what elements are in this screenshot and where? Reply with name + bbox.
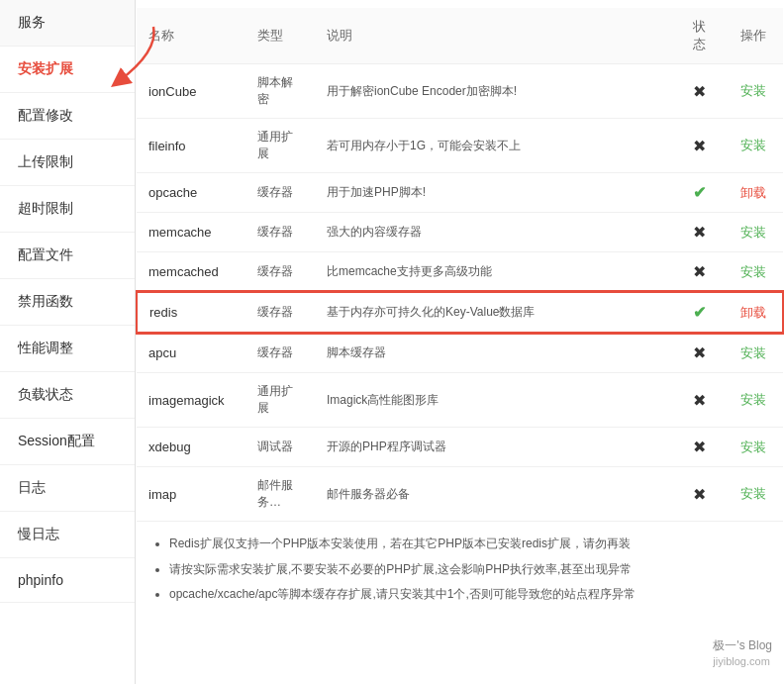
ext-action[interactable]: 卸载 xyxy=(724,292,783,333)
install-button[interactable]: 安装 xyxy=(740,345,766,360)
sidebar: 服务安装扩展配置修改上传限制超时限制配置文件禁用函数性能调整负载状态Sessio… xyxy=(0,0,136,684)
table-row: xdebug调试器开源的PHP程序调试器✖安装 xyxy=(137,428,783,467)
ext-name: memcache xyxy=(137,213,245,252)
ext-status: ✔ xyxy=(674,292,724,333)
check-icon: ✔ xyxy=(693,304,706,321)
sidebar-item-log[interactable]: 日志 xyxy=(0,465,135,512)
ext-action[interactable]: 安装 xyxy=(724,252,783,293)
ext-action[interactable]: 安装 xyxy=(724,119,783,173)
table-row: imagemagick通用扩 展Imagick高性能图形库✖安装 xyxy=(137,373,783,428)
ext-status: ✖ xyxy=(674,373,724,428)
ext-status: ✖ xyxy=(674,428,724,467)
ext-desc: 基于内存亦可持久化的Key-Value数据库 xyxy=(315,292,674,333)
sidebar-item-slow-log[interactable]: 慢日志 xyxy=(0,512,135,558)
sidebar-item-phpinfo[interactable]: phpinfo xyxy=(0,558,135,603)
ext-status: ✖ xyxy=(674,252,724,293)
ext-desc: 邮件服务器必备 xyxy=(315,467,674,522)
ext-name: imagemagick xyxy=(137,373,245,428)
cross-icon: ✖ xyxy=(693,392,706,409)
sidebar-item-install-ext[interactable]: 安装扩展 xyxy=(0,47,135,93)
check-icon: ✔ xyxy=(693,184,706,201)
ext-status: ✖ xyxy=(674,64,724,119)
brand-name: 极一's Blog xyxy=(713,638,772,652)
cross-icon: ✖ xyxy=(693,439,706,455)
extensions-table: 名称 类型 说明 状态 操作 ionCube脚本解 密用于解密ionCube E… xyxy=(136,8,784,522)
ext-status: ✔ xyxy=(674,173,724,213)
install-button[interactable]: 安装 xyxy=(740,486,766,501)
ext-action[interactable]: 安装 xyxy=(724,373,783,428)
ext-status: ✖ xyxy=(674,213,724,252)
install-button[interactable]: 安装 xyxy=(740,83,766,98)
install-button[interactable]: 安装 xyxy=(740,440,766,454)
install-button[interactable]: 安装 xyxy=(740,138,766,152)
install-button[interactable]: 安装 xyxy=(740,264,766,279)
install-button[interactable]: 安装 xyxy=(740,392,766,407)
ext-name: redis xyxy=(137,292,245,333)
ext-status: ✖ xyxy=(674,119,724,173)
ext-type: 脚本解 密 xyxy=(245,64,315,119)
ext-name: opcache xyxy=(137,173,245,213)
ext-type: 缓存器 xyxy=(245,213,315,252)
table-row: opcache缓存器用于加速PHP脚本!✔卸载 xyxy=(137,173,783,213)
ext-type: 缓存器 xyxy=(245,252,315,293)
cross-icon: ✖ xyxy=(693,83,706,100)
ext-status: ✖ xyxy=(674,467,724,522)
table-row: memcache缓存器强大的内容缓存器✖安装 xyxy=(137,213,783,252)
ext-desc: 若可用内存小于1G，可能会安装不上 xyxy=(315,119,674,173)
ext-action[interactable]: 安装 xyxy=(724,213,783,252)
col-header-type: 类型 xyxy=(245,8,315,64)
table-row: ionCube脚本解 密用于解密ionCube Encoder加密脚本!✖安装 xyxy=(137,64,783,119)
notes-section: Redis扩展仅支持一个PHP版本安装使用，若在其它PHP版本已安装redis扩… xyxy=(136,522,784,622)
ext-name: ionCube xyxy=(137,64,245,119)
sidebar-item-config-change[interactable]: 配置修改 xyxy=(0,93,135,140)
table-row: imap邮件服 务…邮件服务器必备✖安装 xyxy=(137,467,783,522)
ext-desc: 脚本缓存器 xyxy=(315,333,674,373)
ext-type: 调试器 xyxy=(245,428,315,467)
col-header-action: 操作 xyxy=(724,8,783,64)
sidebar-item-session-config[interactable]: Session配置 xyxy=(0,419,135,465)
install-button[interactable]: 安装 xyxy=(740,225,766,240)
ext-type: 缓存器 xyxy=(245,173,315,213)
uninstall-button[interactable]: 卸载 xyxy=(740,185,766,200)
ext-desc: 开源的PHP程序调试器 xyxy=(315,428,674,467)
ext-name: memcached xyxy=(137,252,245,293)
ext-action[interactable]: 安装 xyxy=(724,428,783,467)
sidebar-item-timeout-limit[interactable]: 超时限制 xyxy=(0,186,135,233)
sidebar-item-service[interactable]: 服务 xyxy=(0,0,135,47)
col-header-desc: 说明 xyxy=(315,8,674,64)
note-item: opcache/xcache/apc等脚本缓存存扩展,请只安装其中1个,否则可能… xyxy=(169,584,768,606)
cross-icon: ✖ xyxy=(693,486,706,503)
cross-icon: ✖ xyxy=(693,344,706,361)
col-header-name: 名称 xyxy=(137,8,245,64)
ext-name: fileinfo xyxy=(137,119,245,173)
sidebar-item-config-file[interactable]: 配置文件 xyxy=(0,233,135,279)
sidebar-item-load-status[interactable]: 负载状态 xyxy=(0,372,135,419)
ext-type: 缓存器 xyxy=(245,292,315,333)
ext-status: ✖ xyxy=(674,333,724,373)
ext-action[interactable]: 卸载 xyxy=(724,173,783,213)
ext-type: 通用扩 展 xyxy=(245,119,315,173)
footer-brand: 极一's Blog jiyiblog.com xyxy=(713,637,772,668)
ext-action[interactable]: 安装 xyxy=(724,467,783,522)
uninstall-button[interactable]: 卸载 xyxy=(740,305,766,320)
ext-desc: 强大的内容缓存器 xyxy=(315,213,674,252)
brand-url: jiyiblog.com xyxy=(713,655,769,667)
ext-type: 缓存器 xyxy=(245,333,315,373)
col-header-status: 状态 xyxy=(674,8,724,64)
ext-action[interactable]: 安装 xyxy=(724,333,783,373)
ext-desc: Imagick高性能图形库 xyxy=(315,373,674,428)
cross-icon: ✖ xyxy=(693,138,706,154)
ext-desc: 用于加速PHP脚本! xyxy=(315,173,674,213)
note-item: 请按实际需求安装扩展,不要安装不必要的PHP扩展,这会影响PHP执行效率,甚至出… xyxy=(169,559,768,581)
cross-icon: ✖ xyxy=(693,224,706,241)
table-row: fileinfo通用扩 展若可用内存小于1G，可能会安装不上✖安装 xyxy=(137,119,783,173)
ext-type: 通用扩 展 xyxy=(245,373,315,428)
note-item: Redis扩展仅支持一个PHP版本安装使用，若在其它PHP版本已安装redis扩… xyxy=(169,534,768,555)
ext-name: imap xyxy=(137,467,245,522)
sidebar-item-upload-limit[interactable]: 上传限制 xyxy=(0,140,135,186)
main-content: 名称 类型 说明 状态 操作 ionCube脚本解 密用于解密ionCube E… xyxy=(136,0,784,684)
ext-action[interactable]: 安装 xyxy=(724,64,783,119)
ext-type: 邮件服 务… xyxy=(245,467,315,522)
sidebar-item-perf-tuning[interactable]: 性能调整 xyxy=(0,326,135,372)
sidebar-item-banned-func[interactable]: 禁用函数 xyxy=(0,279,135,326)
